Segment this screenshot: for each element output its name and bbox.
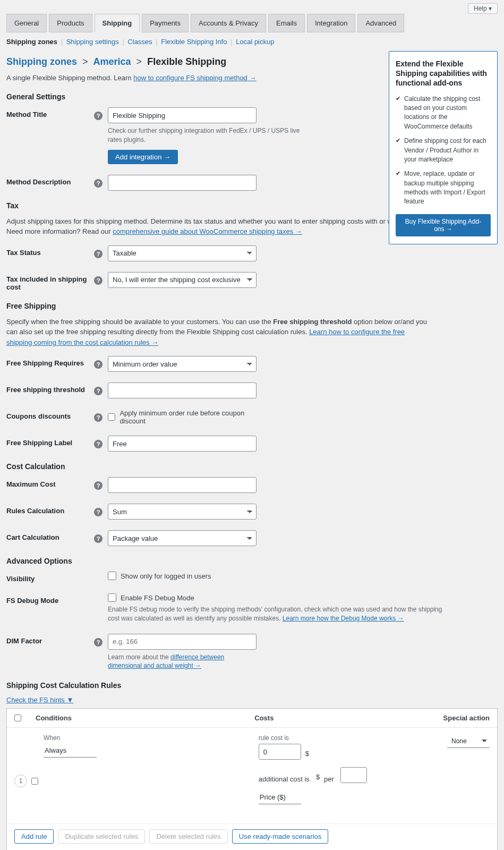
fs-config-link[interactable]: how to configure FS shipping method → — [133, 74, 256, 82]
max-cost-input[interactable] — [108, 477, 257, 493]
rule-checkbox[interactable] — [31, 778, 38, 785]
price-basis-select[interactable]: Price ($) — [259, 790, 301, 804]
tax-guide-link[interactable]: comprehensive guide about WooCommerce sh… — [113, 227, 302, 235]
crumb-area[interactable]: America — [93, 56, 131, 67]
sidebox-item: Move, replace, update or backup multiple… — [396, 169, 491, 207]
debug-chk-label: Enable FS Debug Mode — [121, 594, 194, 602]
tab-payments[interactable]: Payments — [142, 14, 189, 32]
help-icon[interactable]: ? — [94, 360, 102, 369]
shipping-subnav: Shipping zones | Shipping settings | Cla… — [6, 33, 498, 51]
help-icon[interactable]: ? — [94, 387, 102, 395]
scenarios-button[interactable]: Use ready-made scenarios — [232, 829, 328, 844]
label-tax-status: Tax Status — [6, 245, 94, 257]
buy-addons-button[interactable]: Buy Flexible Shipping Add-ons → — [396, 214, 491, 236]
help-icon[interactable]: ? — [94, 481, 102, 490]
free-threshold-input[interactable] — [108, 382, 257, 398]
label-cart-calc: Cart Calculation — [6, 530, 94, 541]
free-requires-select[interactable]: Minimum order value — [108, 356, 257, 372]
tax-para: Adjust shipping taxes for this shipping … — [6, 216, 431, 237]
label-free-thresh: Free shipping threshold — [6, 382, 94, 394]
rule-row: 1 When Always rule cost is $ additional … — [7, 728, 497, 823]
subnav-classes[interactable]: Classes — [127, 38, 152, 46]
method-desc-input[interactable] — [108, 175, 257, 191]
method-title-input[interactable] — [108, 107, 257, 123]
rules-col-special: Special action — [426, 714, 490, 722]
sidebox-item: Define shipping cost for each Vendor / P… — [396, 137, 491, 164]
tab-products[interactable]: Products — [49, 14, 92, 32]
addon-sidebox: Extend the Flexible Shipping capabilitie… — [389, 51, 498, 244]
add-rule-button[interactable]: Add rule — [14, 829, 54, 844]
label-visibility: Visibility — [6, 572, 94, 583]
coupons-checkbox[interactable] — [108, 413, 115, 421]
tab-advanced[interactable]: Advanced — [357, 14, 404, 32]
section-cost: Cost Calculation — [6, 462, 498, 471]
subnav-zones[interactable]: Shipping zones — [6, 38, 57, 46]
section-rules: Shipping Cost Calculation Rules — [6, 681, 498, 690]
label-free-label: Free Shipping Label — [6, 436, 94, 447]
rules-calc-select[interactable]: Sum — [108, 504, 257, 520]
rules-table: Conditions Costs Special action 1 When A… — [6, 708, 498, 850]
tax-status-select[interactable]: Taxable — [108, 245, 257, 261]
help-icon[interactable]: ? — [94, 250, 102, 258]
tab-general[interactable]: General — [6, 14, 47, 32]
section-adv: Advanced Options — [6, 557, 498, 565]
help-icon[interactable]: ? — [94, 179, 102, 188]
debug-link[interactable]: Learn more how the Debug Mode works → — [283, 615, 404, 622]
label-dim: DIM Factor — [6, 634, 94, 645]
help-icon[interactable]: ? — [94, 534, 102, 543]
label-method-title: Method Title — [6, 107, 94, 118]
visibility-chk-label: Show only for logged in users — [121, 572, 211, 580]
crumb-method: Flexible Shipping — [147, 56, 226, 67]
special-action-select[interactable]: None — [447, 734, 490, 748]
label-rules-calc: Rules Calculation — [6, 504, 94, 515]
add-integration-button[interactable]: Add integration → — [108, 150, 178, 164]
help-icon[interactable]: ? — [94, 440, 102, 448]
dim-input[interactable] — [108, 634, 257, 650]
crumb-zones[interactable]: Shipping zones — [6, 56, 77, 67]
help-icon[interactable]: ? — [94, 276, 102, 285]
currency-label: $ — [305, 750, 309, 760]
visibility-checkbox[interactable] — [108, 572, 116, 580]
cart-calc-select[interactable]: Package value — [108, 530, 257, 546]
subnav-settings[interactable]: Shipping settings — [66, 38, 119, 46]
label-coupons: Coupons discounts — [6, 409, 94, 420]
per-input[interactable] — [340, 767, 367, 783]
label-max-cost: Maximum Cost — [6, 477, 94, 488]
free-para: Specify when the free shipping should be… — [6, 317, 431, 348]
tab-shipping[interactable]: Shipping — [95, 14, 140, 32]
help-icon[interactable]: ? — [94, 508, 102, 516]
delete-rules-button[interactable]: Delete selected rules — [149, 829, 227, 844]
label-free-req: Free Shipping Requires — [6, 356, 94, 367]
label-tax-included: Tax included in shipping cost — [6, 272, 94, 291]
duplicate-rules-button[interactable]: Duplicate selected rules — [58, 829, 145, 844]
help-dropdown[interactable]: Help ▾ — [468, 3, 498, 14]
help-icon[interactable]: ? — [94, 413, 102, 422]
rules-col-costs: Costs — [254, 714, 426, 722]
sidebox-item: Calculate the shipping cost based on you… — [396, 95, 491, 132]
free-label-input[interactable] — [108, 436, 257, 452]
when-select[interactable]: Always — [44, 744, 97, 758]
debug-checkbox[interactable] — [108, 593, 116, 602]
section-free: Free Shipping — [6, 302, 498, 310]
tab-accounts[interactable]: Accounts & Privacy — [191, 14, 266, 32]
tab-integration[interactable]: Integration — [307, 14, 355, 32]
per-label: per — [324, 775, 334, 783]
help-icon[interactable]: ? — [94, 638, 102, 647]
rule-cost-label: rule cost is — [259, 734, 426, 742]
rule-number: 1 — [14, 775, 27, 787]
rules-select-all[interactable] — [14, 715, 21, 721]
help-icon[interactable]: ? — [94, 112, 102, 120]
dim-hint: Learn more about the difference between … — [108, 653, 257, 671]
label-method-desc: Method Description — [6, 175, 94, 186]
method-title-hint: Check our further shipping integration w… — [108, 126, 310, 144]
rules-col-conditions: Conditions — [36, 714, 254, 722]
when-label: When — [44, 734, 248, 742]
tab-emails[interactable]: Emails — [268, 14, 305, 32]
coupons-chk-label: Apply minimum order rule before coupon d… — [119, 409, 257, 425]
rule-cost-input[interactable] — [259, 744, 301, 760]
subnav-pickup[interactable]: Local pickup — [236, 38, 274, 46]
tax-included-select[interactable]: No, I will enter the shipping cost exclu… — [108, 272, 257, 288]
addl-cost-label: additional cost is — [259, 775, 310, 783]
subnav-fsinfo[interactable]: Flexible Shipping Info — [161, 38, 227, 46]
fs-hints-link[interactable]: Check the FS hints ▼ — [6, 696, 498, 704]
